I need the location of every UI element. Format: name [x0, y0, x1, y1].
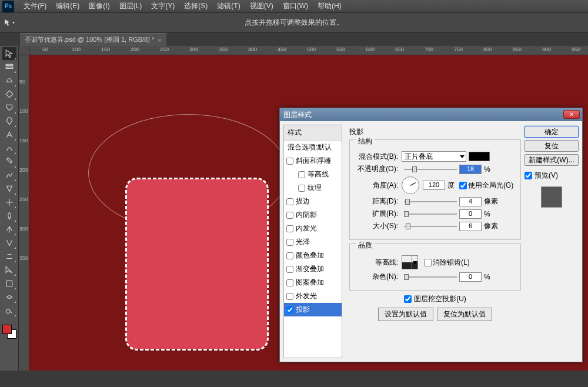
shape-tool[interactable]: [2, 277, 16, 290]
wand-tool[interactable]: [2, 88, 16, 101]
style-label: 内发光: [296, 223, 317, 233]
make-default-button[interactable]: 设置为默认值: [378, 308, 433, 321]
quality-fieldset: 品质 等高线: 消除锯齿(L) 杂色(N): 0: [349, 243, 521, 291]
stamp-tool[interactable]: [2, 155, 16, 168]
path-select-tool[interactable]: [2, 263, 16, 276]
zoom-tool[interactable]: [2, 304, 16, 317]
hand-tool[interactable]: [2, 291, 16, 303]
ruler-tick: 50: [19, 79, 25, 85]
style-row[interactable]: 等高线: [284, 168, 342, 181]
style-row[interactable]: 斜面和浮雕: [284, 154, 342, 168]
size-input[interactable]: 6: [459, 222, 482, 231]
dodge-tool[interactable]: [2, 223, 16, 236]
document-tab-row: 圣诞节优惠券.psd @ 100% (椭圆 1, RGB/8) * ×: [0, 33, 588, 46]
menu-item[interactable]: 图像(I): [84, 0, 114, 12]
angle-input[interactable]: 120: [423, 181, 445, 190]
ok-button[interactable]: 确定: [524, 126, 579, 138]
style-checkbox[interactable]: [286, 266, 293, 273]
eyedropper-tool[interactable]: [2, 115, 16, 128]
spread-slider[interactable]: [404, 213, 457, 215]
ruler-tick: 200: [131, 46, 139, 52]
style-row[interactable]: 投影: [284, 303, 342, 316]
style-checkbox[interactable]: [286, 293, 293, 300]
opacity-input[interactable]: 18: [459, 165, 482, 174]
type-tool[interactable]: [2, 250, 16, 263]
antialias-checkbox[interactable]: [424, 259, 432, 266]
style-checkbox[interactable]: [286, 279, 293, 286]
menu-item[interactable]: 文字(Y): [146, 0, 179, 12]
rounded-rect-layer: [126, 179, 268, 349]
distance-slider[interactable]: [404, 201, 457, 202]
lasso-tool[interactable]: [2, 74, 16, 87]
dialog-close-button[interactable]: ✕: [563, 110, 580, 119]
style-checkbox[interactable]: [286, 252, 293, 259]
menu-item[interactable]: 编辑(E): [51, 0, 84, 12]
close-icon[interactable]: ×: [158, 36, 161, 44]
spread-input[interactable]: 0: [459, 209, 482, 219]
style-checkbox[interactable]: [286, 306, 293, 313]
blend-mode-select[interactable]: 正片叠底: [402, 151, 466, 162]
distance-input[interactable]: 4: [459, 197, 482, 206]
menu-item[interactable]: 滤镜(T): [212, 0, 245, 12]
blur-tool[interactable]: [2, 209, 16, 222]
size-slider[interactable]: [404, 226, 457, 227]
document-tab[interactable]: 圣诞节优惠券.psd @ 100% (椭圆 1, RGB/8) * ×: [20, 33, 166, 46]
heal-tool[interactable]: [2, 128, 16, 141]
style-checkbox[interactable]: [286, 212, 293, 219]
style-checkbox[interactable]: [286, 158, 293, 165]
style-row[interactable]: 纹理: [284, 181, 342, 195]
menu-item[interactable]: 帮助(H): [313, 0, 346, 12]
style-row[interactable]: 渐变叠加: [284, 262, 342, 276]
style-row[interactable]: 内发光: [284, 222, 342, 235]
gradient-tool[interactable]: [2, 196, 16, 209]
preview-checkbox[interactable]: [524, 172, 532, 179]
style-checkbox[interactable]: [286, 225, 293, 232]
styles-header: 样式: [284, 125, 342, 141]
ruler-tick: 100: [72, 46, 81, 52]
style-checkbox[interactable]: [286, 198, 293, 205]
contour-picker[interactable]: [402, 255, 418, 269]
style-label: 投影: [296, 305, 310, 315]
reset-button[interactable]: 复位: [524, 140, 579, 152]
eraser-tool[interactable]: [2, 182, 16, 195]
ruler-tick: 800: [483, 46, 492, 52]
crop-tool[interactable]: [2, 101, 16, 114]
noise-slider[interactable]: [404, 276, 457, 278]
style-row[interactable]: 外发光: [284, 289, 342, 303]
knockout-checkbox[interactable]: [404, 295, 412, 303]
blend-options-row[interactable]: 混合选项:默认: [284, 141, 342, 154]
move-tool[interactable]: [2, 47, 16, 60]
shadow-color-swatch[interactable]: [469, 152, 490, 161]
ruler-tick: 150: [101, 46, 110, 52]
opacity-slider[interactable]: [404, 169, 457, 170]
history-brush-tool[interactable]: [2, 169, 16, 182]
style-checkbox[interactable]: [298, 185, 305, 192]
style-row[interactable]: 描边: [284, 195, 342, 208]
menu-item[interactable]: 图层(L): [115, 0, 147, 12]
menu-item[interactable]: 视图(V): [245, 0, 278, 12]
global-light-checkbox[interactable]: [459, 182, 467, 189]
angle-dial[interactable]: [402, 176, 419, 194]
style-row[interactable]: 颜色叠加: [284, 249, 342, 262]
color-swatches[interactable]: [1, 323, 18, 340]
style-row[interactable]: 图案叠加: [284, 276, 342, 289]
noise-input[interactable]: 0: [459, 272, 482, 282]
ruler-tick: 700: [425, 46, 433, 52]
pen-tool[interactable]: [2, 236, 16, 249]
menubar: Ps 文件(F)编辑(E)图像(I)图层(L)文字(Y)选择(S)滤镜(T)视图…: [0, 0, 588, 13]
dialog-titlebar[interactable]: 图层样式 ✕: [280, 108, 582, 121]
marquee-tool[interactable]: [2, 61, 16, 74]
style-checkbox[interactable]: [298, 171, 305, 178]
reset-default-button[interactable]: 复位为默认值: [437, 308, 492, 321]
style-checkbox[interactable]: [286, 239, 293, 246]
menu-item[interactable]: 窗口(W): [278, 0, 313, 12]
new-style-button[interactable]: 新建样式(W)...: [524, 154, 579, 166]
style-row[interactable]: 内阴影: [284, 208, 342, 222]
menu-item[interactable]: 文件(F): [19, 0, 51, 12]
brush-tool[interactable]: [2, 142, 16, 155]
style-label: 渐变叠加: [296, 264, 324, 274]
move-tool-icon[interactable]: ▾: [4, 18, 15, 28]
menu-item[interactable]: 选择(S): [179, 0, 212, 12]
style-row[interactable]: 光泽: [284, 235, 342, 249]
style-label: 图案叠加: [296, 278, 324, 288]
